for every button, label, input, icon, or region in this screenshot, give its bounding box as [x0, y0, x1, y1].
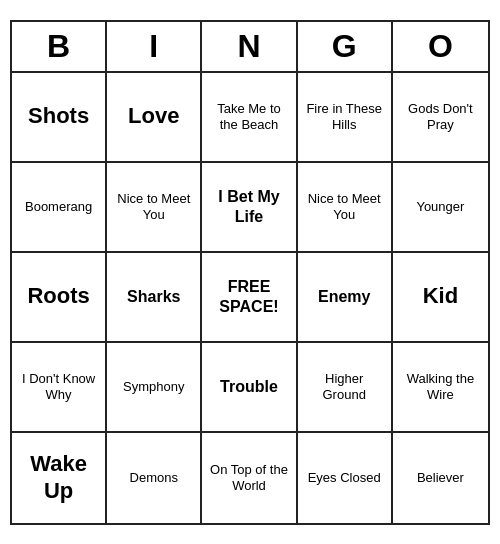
bingo-header-letter-o: O [393, 22, 488, 71]
bingo-cell-10[interactable]: Roots [12, 253, 107, 343]
bingo-cell-9[interactable]: Younger [393, 163, 488, 253]
bingo-header-letter-i: I [107, 22, 202, 71]
bingo-header-letter-g: G [298, 22, 393, 71]
bingo-cell-3[interactable]: Fire in These Hills [298, 73, 393, 163]
bingo-cell-1[interactable]: Love [107, 73, 202, 163]
bingo-cell-11[interactable]: Sharks [107, 253, 202, 343]
bingo-header-letter-b: B [12, 22, 107, 71]
bingo-cell-18[interactable]: Higher Ground [298, 343, 393, 433]
bingo-cell-16[interactable]: Symphony [107, 343, 202, 433]
bingo-cell-22[interactable]: On Top of the World [202, 433, 297, 523]
bingo-cell-15[interactable]: I Don't Know Why [12, 343, 107, 433]
bingo-cell-12[interactable]: FREE SPACE! [202, 253, 297, 343]
bingo-header-letter-n: N [202, 22, 297, 71]
bingo-card: BINGO ShotsLoveTake Me to the BeachFire … [10, 20, 490, 525]
bingo-cell-24[interactable]: Believer [393, 433, 488, 523]
bingo-cell-23[interactable]: Eyes Closed [298, 433, 393, 523]
bingo-cell-5[interactable]: Boomerang [12, 163, 107, 253]
bingo-cell-14[interactable]: Kid [393, 253, 488, 343]
bingo-cell-6[interactable]: Nice to Meet You [107, 163, 202, 253]
bingo-cell-2[interactable]: Take Me to the Beach [202, 73, 297, 163]
bingo-cell-13[interactable]: Enemy [298, 253, 393, 343]
bingo-cell-21[interactable]: Demons [107, 433, 202, 523]
bingo-cell-4[interactable]: Gods Don't Pray [393, 73, 488, 163]
bingo-header: BINGO [12, 22, 488, 73]
bingo-grid: ShotsLoveTake Me to the BeachFire in The… [12, 73, 488, 523]
bingo-cell-20[interactable]: Wake Up [12, 433, 107, 523]
bingo-cell-0[interactable]: Shots [12, 73, 107, 163]
bingo-cell-7[interactable]: I Bet My Life [202, 163, 297, 253]
bingo-cell-17[interactable]: Trouble [202, 343, 297, 433]
bingo-cell-8[interactable]: Nice to Meet You [298, 163, 393, 253]
bingo-cell-19[interactable]: Walking the Wire [393, 343, 488, 433]
